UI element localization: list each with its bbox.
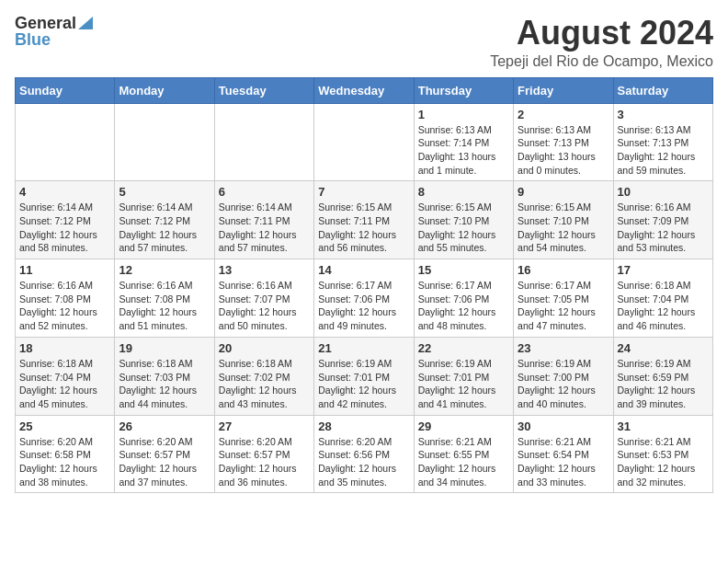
- day-info: Sunrise: 6:21 AMSunset: 6:55 PMDaylight:…: [418, 435, 509, 489]
- day-info: Sunrise: 6:21 AMSunset: 6:53 PMDaylight:…: [618, 435, 709, 489]
- column-header-saturday: Saturday: [613, 77, 712, 103]
- day-info: Sunrise: 6:19 AMSunset: 6:59 PMDaylight:…: [618, 357, 709, 411]
- column-header-wednesday: Wednesday: [314, 77, 414, 103]
- calendar-cell: 10Sunrise: 6:16 AMSunset: 7:09 PMDayligh…: [613, 181, 712, 259]
- day-info: Sunrise: 6:16 AMSunset: 7:08 PMDaylight:…: [19, 279, 110, 333]
- day-number: 6: [219, 185, 310, 199]
- calendar-cell: 12Sunrise: 6:16 AMSunset: 7:08 PMDayligh…: [115, 259, 214, 338]
- day-number: 4: [19, 185, 110, 199]
- day-number: 5: [119, 185, 210, 199]
- calendar-cell: 20Sunrise: 6:18 AMSunset: 7:02 PMDayligh…: [214, 337, 313, 415]
- day-info: Sunrise: 6:15 AMSunset: 7:10 PMDaylight:…: [518, 201, 609, 255]
- day-number: 8: [418, 185, 509, 199]
- day-info: Sunrise: 6:19 AMSunset: 7:01 PMDaylight:…: [418, 357, 509, 411]
- day-number: 18: [19, 341, 110, 355]
- column-header-tuesday: Tuesday: [214, 77, 313, 103]
- column-header-sunday: Sunday: [16, 77, 115, 103]
- calendar-cell: 2Sunrise: 6:13 AMSunset: 7:13 PMDaylight…: [514, 103, 613, 181]
- day-number: 22: [418, 341, 509, 355]
- calendar-cell: 19Sunrise: 6:18 AMSunset: 7:03 PMDayligh…: [115, 337, 214, 415]
- day-number: 24: [618, 341, 709, 355]
- day-info: Sunrise: 6:21 AMSunset: 6:54 PMDaylight:…: [518, 435, 609, 489]
- calendar-cell: 29Sunrise: 6:21 AMSunset: 6:55 PMDayligh…: [414, 415, 513, 493]
- calendar-week-row: 4Sunrise: 6:14 AMSunset: 7:12 PMDaylight…: [16, 181, 713, 259]
- day-info: Sunrise: 6:20 AMSunset: 6:56 PMDaylight:…: [318, 435, 409, 489]
- day-info: Sunrise: 6:17 AMSunset: 7:05 PMDaylight:…: [518, 279, 609, 333]
- day-number: 11: [19, 263, 110, 277]
- day-info: Sunrise: 6:18 AMSunset: 7:02 PMDaylight:…: [219, 357, 310, 411]
- day-number: 30: [518, 419, 609, 433]
- logo: General Blue: [15, 15, 93, 48]
- day-info: Sunrise: 6:13 AMSunset: 7:13 PMDaylight:…: [618, 123, 709, 178]
- calendar-table: SundayMondayTuesdayWednesdayThursdayFrid…: [15, 77, 713, 494]
- calendar-cell: 18Sunrise: 6:18 AMSunset: 7:04 PMDayligh…: [16, 337, 115, 415]
- day-number: 17: [618, 263, 709, 277]
- day-number: 20: [219, 341, 310, 355]
- day-number: 7: [318, 185, 409, 199]
- day-info: Sunrise: 6:15 AMSunset: 7:10 PMDaylight:…: [418, 201, 509, 255]
- calendar-cell: 7Sunrise: 6:15 AMSunset: 7:11 PMDaylight…: [314, 181, 414, 259]
- day-number: 26: [119, 419, 210, 433]
- day-info: Sunrise: 6:15 AMSunset: 7:11 PMDaylight:…: [318, 201, 409, 255]
- calendar-cell: 3Sunrise: 6:13 AMSunset: 7:13 PMDaylight…: [613, 103, 712, 181]
- column-header-friday: Friday: [514, 77, 613, 103]
- day-number: 19: [119, 341, 210, 355]
- day-info: Sunrise: 6:19 AMSunset: 7:01 PMDaylight:…: [318, 357, 409, 411]
- calendar-cell: 14Sunrise: 6:17 AMSunset: 7:06 PMDayligh…: [314, 259, 414, 338]
- calendar-cell: 22Sunrise: 6:19 AMSunset: 7:01 PMDayligh…: [414, 337, 513, 415]
- day-number: 23: [518, 341, 609, 355]
- day-info: Sunrise: 6:14 AMSunset: 7:11 PMDaylight:…: [219, 201, 310, 255]
- day-info: Sunrise: 6:13 AMSunset: 7:14 PMDaylight:…: [418, 123, 509, 178]
- calendar-week-row: 11Sunrise: 6:16 AMSunset: 7:08 PMDayligh…: [16, 259, 713, 338]
- calendar-cell: [214, 103, 313, 181]
- day-info: Sunrise: 6:16 AMSunset: 7:08 PMDaylight:…: [119, 279, 210, 333]
- day-number: 10: [618, 185, 709, 199]
- day-info: Sunrise: 6:19 AMSunset: 7:00 PMDaylight:…: [518, 357, 609, 411]
- calendar-header-row: SundayMondayTuesdayWednesdayThursdayFrid…: [16, 77, 713, 103]
- calendar-cell: [16, 103, 115, 181]
- day-info: Sunrise: 6:17 AMSunset: 7:06 PMDaylight:…: [318, 279, 409, 333]
- day-info: Sunrise: 6:13 AMSunset: 7:13 PMDaylight:…: [518, 123, 609, 178]
- day-number: 21: [318, 341, 409, 355]
- calendar-cell: 31Sunrise: 6:21 AMSunset: 6:53 PMDayligh…: [613, 415, 712, 493]
- page-header: General Blue August 2024 Tepeji del Rio …: [15, 15, 713, 70]
- day-number: 2: [518, 108, 609, 121]
- column-header-monday: Monday: [115, 77, 214, 103]
- day-info: Sunrise: 6:14 AMSunset: 7:12 PMDaylight:…: [19, 201, 110, 255]
- calendar-week-row: 25Sunrise: 6:20 AMSunset: 6:58 PMDayligh…: [16, 415, 713, 493]
- calendar-week-row: 1Sunrise: 6:13 AMSunset: 7:14 PMDaylight…: [16, 103, 713, 181]
- day-info: Sunrise: 6:16 AMSunset: 7:07 PMDaylight:…: [219, 279, 310, 333]
- day-number: 28: [318, 419, 409, 433]
- day-number: 12: [119, 263, 210, 277]
- day-info: Sunrise: 6:20 AMSunset: 6:57 PMDaylight:…: [219, 435, 310, 489]
- day-number: 15: [418, 263, 509, 277]
- day-number: 3: [618, 108, 709, 121]
- calendar-cell: 13Sunrise: 6:16 AMSunset: 7:07 PMDayligh…: [214, 259, 313, 338]
- day-number: 29: [418, 419, 509, 433]
- calendar-cell: 15Sunrise: 6:17 AMSunset: 7:06 PMDayligh…: [414, 259, 513, 338]
- logo-triangle-icon: [78, 17, 93, 29]
- day-number: 25: [19, 419, 110, 433]
- day-info: Sunrise: 6:18 AMSunset: 7:04 PMDaylight:…: [618, 279, 709, 333]
- calendar-cell: 24Sunrise: 6:19 AMSunset: 6:59 PMDayligh…: [613, 337, 712, 415]
- day-info: Sunrise: 6:20 AMSunset: 6:58 PMDaylight:…: [19, 435, 110, 489]
- day-info: Sunrise: 6:17 AMSunset: 7:06 PMDaylight:…: [418, 279, 509, 333]
- calendar-cell: 6Sunrise: 6:14 AMSunset: 7:11 PMDaylight…: [214, 181, 313, 259]
- logo-general-text: General: [15, 15, 76, 31]
- day-info: Sunrise: 6:16 AMSunset: 7:09 PMDaylight:…: [618, 201, 709, 255]
- svg-marker-0: [78, 17, 93, 29]
- day-number: 16: [518, 263, 609, 277]
- column-header-thursday: Thursday: [414, 77, 513, 103]
- day-info: Sunrise: 6:20 AMSunset: 6:57 PMDaylight:…: [119, 435, 210, 489]
- calendar-cell: 27Sunrise: 6:20 AMSunset: 6:57 PMDayligh…: [214, 415, 313, 493]
- calendar-cell: 17Sunrise: 6:18 AMSunset: 7:04 PMDayligh…: [613, 259, 712, 338]
- calendar-cell: 1Sunrise: 6:13 AMSunset: 7:14 PMDaylight…: [414, 103, 513, 181]
- day-number: 31: [618, 419, 709, 433]
- calendar-title-section: August 2024 Tepeji del Rio de Ocampo, Me…: [490, 15, 713, 70]
- calendar-cell: 4Sunrise: 6:14 AMSunset: 7:12 PMDaylight…: [16, 181, 115, 259]
- calendar-subtitle: Tepeji del Rio de Ocampo, Mexico: [490, 53, 713, 70]
- calendar-cell: 30Sunrise: 6:21 AMSunset: 6:54 PMDayligh…: [514, 415, 613, 493]
- day-info: Sunrise: 6:18 AMSunset: 7:03 PMDaylight:…: [119, 357, 210, 411]
- day-number: 13: [219, 263, 310, 277]
- day-number: 14: [318, 263, 409, 277]
